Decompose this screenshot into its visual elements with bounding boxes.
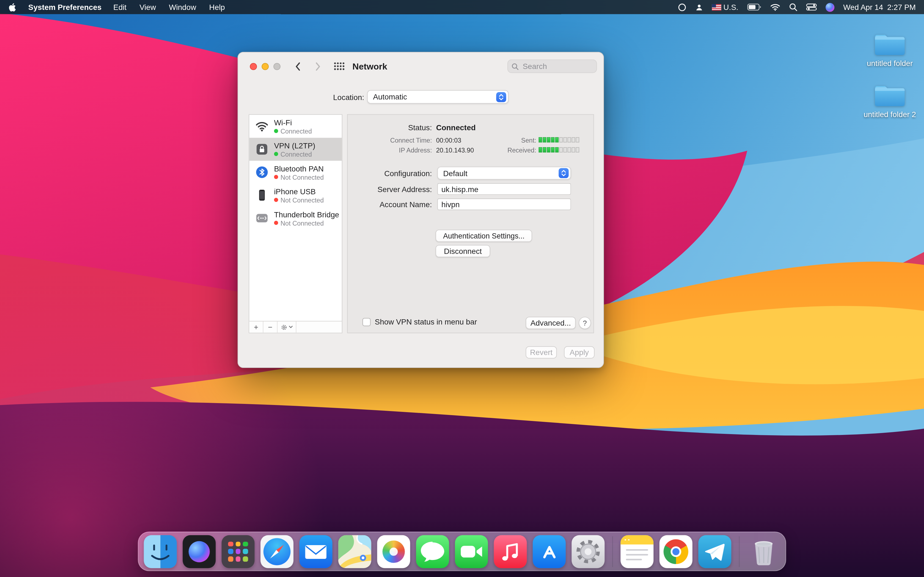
dock-app-store-icon[interactable] bbox=[533, 535, 566, 568]
folder-icon bbox=[873, 82, 907, 108]
status-value: Connected bbox=[436, 123, 476, 132]
thunderbolt-icon bbox=[254, 211, 270, 226]
close-button[interactable] bbox=[250, 63, 257, 70]
service-name: iPhone USB bbox=[274, 187, 324, 196]
desktop-folders: untitled folderuntitled folder 2 bbox=[855, 31, 924, 119]
status-dot bbox=[274, 221, 278, 225]
title-bar: Network bbox=[238, 53, 604, 80]
dock-maps-icon[interactable] bbox=[338, 535, 371, 568]
service-vpn-l2tp[interactable]: VPN (L2TP)Connected bbox=[249, 138, 342, 161]
user-icon[interactable] bbox=[695, 3, 703, 11]
battery-icon[interactable] bbox=[747, 3, 761, 11]
configuration-popup[interactable]: Default bbox=[437, 166, 571, 179]
configuration-label: Configuration: bbox=[347, 169, 432, 178]
show-vpn-label: Show VPN status in menu bar bbox=[375, 318, 477, 326]
bluetooth-icon bbox=[254, 164, 270, 180]
dock-messages-icon[interactable] bbox=[416, 535, 449, 568]
dock-facetime-icon[interactable] bbox=[455, 535, 488, 568]
services-sidebar: Wi-FiConnectedVPN (L2TP)ConnectedBluetoo… bbox=[249, 114, 342, 333]
circle-status-icon[interactable] bbox=[677, 3, 686, 11]
service-iphone-usb[interactable]: iPhone USBNot Connected bbox=[249, 184, 342, 207]
network-window: Network Location: Automatic Wi-FiConnect… bbox=[237, 52, 604, 368]
app-menu[interactable]: System Preferences bbox=[28, 3, 102, 11]
dock-music-icon[interactable] bbox=[494, 535, 527, 568]
revert-button[interactable]: Revert bbox=[525, 346, 557, 359]
account-name-field[interactable] bbox=[437, 198, 571, 210]
back-button[interactable] bbox=[292, 61, 303, 72]
service-name: VPN (L2TP) bbox=[274, 141, 315, 150]
authentication-settings-button[interactable]: Authentication Settings... bbox=[436, 230, 532, 242]
minimize-button[interactable] bbox=[262, 63, 269, 70]
forward-button[interactable] bbox=[313, 61, 324, 72]
siri-icon[interactable] bbox=[825, 3, 834, 11]
us-flag-icon bbox=[712, 4, 721, 10]
remove-service-button[interactable]: − bbox=[263, 321, 278, 333]
popup-stepper-icon bbox=[496, 92, 506, 102]
dock-chrome-icon[interactable] bbox=[659, 535, 693, 568]
service-thunderbolt-bridge[interactable]: Thunderbolt BridgeNot Connected bbox=[249, 206, 342, 230]
dock-mail-icon[interactable] bbox=[299, 535, 333, 568]
input-source-menu[interactable]: U.S. bbox=[712, 3, 738, 11]
show-all-icon[interactable] bbox=[334, 62, 345, 73]
wifi-menu-icon[interactable] bbox=[770, 3, 780, 11]
desktop-folder[interactable]: untitled folder bbox=[855, 31, 924, 68]
sent-label: Sent: bbox=[347, 137, 536, 144]
location-popup[interactable]: Automatic bbox=[367, 90, 509, 103]
toolbar-search[interactable] bbox=[507, 60, 597, 73]
time-label: 2:27 PM bbox=[887, 3, 916, 11]
disconnect-button[interactable]: Disconnect bbox=[436, 245, 490, 257]
vpn-lock-icon bbox=[254, 142, 270, 157]
popup-stepper-icon bbox=[559, 168, 569, 178]
desktop: System Preferences EditViewWindowHelp U.… bbox=[0, 0, 924, 577]
iphone-icon bbox=[254, 188, 270, 203]
service-bluetooth-pan[interactable]: Bluetooth PANNot Connected bbox=[249, 161, 342, 184]
menu-edit[interactable]: Edit bbox=[113, 3, 126, 11]
account-name-label: Account Name: bbox=[347, 200, 432, 209]
apply-button[interactable]: Apply bbox=[564, 346, 594, 359]
show-vpn-checkbox[interactable] bbox=[362, 318, 371, 326]
date-label: Wed Apr 14 bbox=[843, 3, 883, 11]
received-meter bbox=[539, 147, 580, 153]
dock-system-preferences-icon[interactable] bbox=[572, 535, 605, 568]
dock-finder-icon[interactable] bbox=[144, 535, 177, 568]
window-controls bbox=[250, 63, 281, 70]
gear-icon bbox=[281, 324, 288, 331]
status-dot bbox=[274, 129, 278, 133]
advanced-button[interactable]: Advanced... bbox=[525, 317, 575, 329]
dock-notes-icon[interactable] bbox=[620, 535, 653, 568]
add-service-button[interactable]: + bbox=[249, 321, 263, 333]
server-address-field[interactable] bbox=[437, 183, 571, 195]
dock-siri-icon[interactable] bbox=[183, 535, 216, 568]
menu-bar-clock[interactable]: Wed Apr 14 2:27 PM bbox=[843, 3, 916, 11]
action-menu-button[interactable] bbox=[278, 321, 296, 333]
status-dot bbox=[274, 175, 278, 179]
dock-safari-icon[interactable] bbox=[260, 535, 293, 568]
control-center-icon[interactable] bbox=[806, 3, 817, 11]
apple-menu-icon[interactable] bbox=[8, 2, 16, 12]
window-title: Network bbox=[352, 61, 387, 71]
service-name: Wi-Fi bbox=[274, 118, 312, 127]
search-icon bbox=[512, 63, 519, 70]
dock bbox=[138, 532, 786, 571]
zoom-button[interactable] bbox=[273, 63, 281, 70]
dock-photos-icon[interactable] bbox=[377, 535, 410, 568]
menu-help[interactable]: Help bbox=[209, 3, 225, 11]
folder-label: untitled folder bbox=[867, 59, 913, 68]
service-wi-fi[interactable]: Wi-FiConnected bbox=[249, 115, 342, 138]
dock-launchpad-icon[interactable] bbox=[222, 535, 255, 568]
status-dot bbox=[274, 152, 278, 156]
dock-trash-icon[interactable] bbox=[747, 535, 780, 568]
menu-view[interactable]: View bbox=[139, 3, 156, 11]
service-status: Not Connected bbox=[274, 219, 338, 226]
status-label: Status: bbox=[347, 123, 432, 132]
desktop-folder[interactable]: untitled folder 2 bbox=[855, 82, 924, 119]
sent-meter bbox=[539, 137, 580, 142]
menu-window[interactable]: Window bbox=[169, 3, 196, 11]
location-value: Automatic bbox=[373, 92, 407, 101]
dock-telegram-icon[interactable] bbox=[698, 535, 731, 568]
help-button[interactable]: ? bbox=[578, 317, 591, 329]
spotlight-icon[interactable] bbox=[789, 3, 797, 11]
folder-icon bbox=[873, 31, 907, 57]
service-name: Thunderbolt Bridge bbox=[274, 210, 338, 219]
search-input[interactable] bbox=[522, 61, 586, 71]
